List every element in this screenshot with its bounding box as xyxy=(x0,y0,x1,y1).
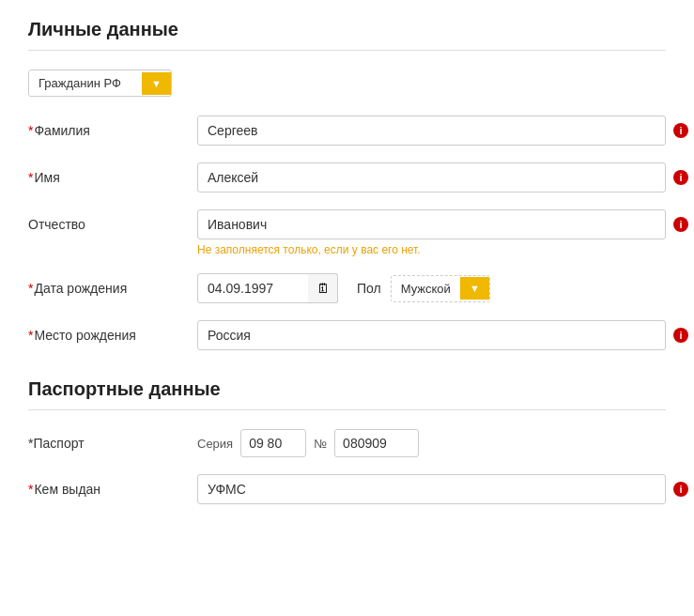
patronymic-info-icon[interactable]: i xyxy=(673,217,688,232)
passport-section-title: Паспортные данные xyxy=(28,378,666,400)
birthplace-field: i xyxy=(197,320,666,350)
calendar-button[interactable]: 🗓 xyxy=(308,273,338,303)
issued-by-field: i xyxy=(197,474,666,504)
name-label: *Имя xyxy=(28,162,197,185)
citizenship-arrow-icon[interactable] xyxy=(142,72,171,95)
passport-section-divider xyxy=(28,409,666,410)
citizenship-select[interactable]: Гражданин РФ xyxy=(28,69,172,97)
issued-by-required-marker: * xyxy=(28,482,33,497)
citizenship-value: Гражданин РФ xyxy=(29,70,142,96)
birthdate-required-marker: * xyxy=(28,281,33,296)
birthdate-row: *Дата рождения 🗓 Пол Мужской xyxy=(28,273,666,303)
gender-select[interactable]: Мужской xyxy=(391,275,490,302)
patronymic-row: Отчество i Не заполняется только, если у… xyxy=(28,209,666,256)
passport-row: *Паспорт Серия № xyxy=(28,429,666,457)
birthplace-info-icon[interactable]: i xyxy=(673,328,688,343)
surname-field: i xyxy=(197,116,666,146)
surname-input[interactable] xyxy=(197,116,666,146)
issued-by-input[interactable] xyxy=(197,474,666,504)
personal-section-title: Личные данные xyxy=(28,19,666,40)
passport-fields: Серия № xyxy=(197,429,419,457)
birthplace-required-marker: * xyxy=(28,328,33,343)
patronymic-field: i Не заполняется только, если у вас его … xyxy=(197,209,666,256)
citizenship-row: Гражданин РФ xyxy=(28,69,666,97)
patronymic-input[interactable] xyxy=(197,209,666,239)
gender-value: Мужской xyxy=(392,276,460,301)
name-required-marker: * xyxy=(28,170,33,185)
gender-arrow-icon[interactable] xyxy=(460,277,489,300)
passport-series-input[interactable] xyxy=(240,429,306,457)
patronymic-label: Отчество xyxy=(28,209,197,232)
passport-number-label: № xyxy=(314,437,327,451)
name-info-icon[interactable]: i xyxy=(673,170,688,185)
surname-info-icon[interactable]: i xyxy=(673,123,688,138)
gender-label: Пол xyxy=(357,281,381,296)
surname-required-marker: * xyxy=(28,123,33,138)
issued-by-row: *Кем выдан i xyxy=(28,474,666,504)
surname-label: *Фамилия xyxy=(28,116,197,138)
name-field: i xyxy=(197,162,666,192)
name-row: *Имя i xyxy=(28,162,666,192)
birthdate-field: 🗓 Пол Мужской xyxy=(197,273,666,303)
passport-number-input[interactable] xyxy=(334,429,419,457)
patronymic-hint: Не заполняется только, если у вас его не… xyxy=(197,243,666,256)
date-input-wrapper: 🗓 xyxy=(197,273,338,303)
passport-series-label: Серия xyxy=(197,437,233,451)
birthdate-label: *Дата рождения xyxy=(28,273,197,296)
name-input[interactable] xyxy=(197,162,666,192)
passport-label: *Паспорт xyxy=(28,436,197,451)
surname-row: *Фамилия i xyxy=(28,116,666,146)
personal-section-divider xyxy=(28,50,666,51)
issued-by-label: *Кем выдан xyxy=(28,474,197,497)
issued-by-info-icon[interactable]: i xyxy=(673,482,688,497)
birthplace-row: *Место рождения i xyxy=(28,320,666,350)
birthplace-label: *Место рождения xyxy=(28,320,197,343)
birthplace-input[interactable] xyxy=(197,320,666,350)
